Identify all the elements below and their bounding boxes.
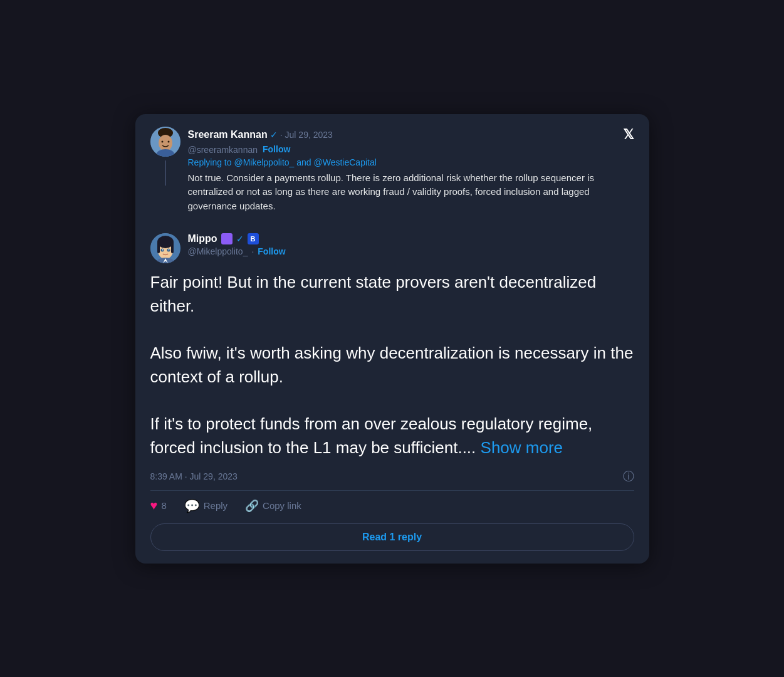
mippo-handle: @Mikelppolito_ [188,246,248,256]
mippo-avatar [150,233,180,263]
likes-count: 8 [161,500,166,511]
tweet-card: Sreeram Kannan ✓ · Jul 29, 2023 𝕏 @sreer… [135,114,649,564]
action-bar: ♥ 8 💬 Reply 🔗 Copy link [135,491,649,521]
info-icon[interactable]: ⓘ [623,469,634,484]
sreeram-author-name: Sreeram Kannan [188,129,268,140]
read-replies-button[interactable]: Read 1 reply [150,523,634,551]
sreeram-tweet-meta: Sreeram Kannan ✓ · Jul 29, 2023 𝕏 @sreer… [188,127,634,214]
mippo-verified-icon: ✓ [236,234,244,244]
like-action[interactable]: ♥ 8 [150,498,167,513]
svg-point-14 [168,249,169,251]
sreeram-verified-icon: ✓ [270,130,278,140]
reply-label: Reply [204,500,227,511]
thread-connector-line [165,160,166,186]
sreeram-follow-button[interactable]: Follow [263,144,290,154]
svg-rect-9 [157,242,160,253]
replying-to-text: Replying to @Mikelppolito_ and @WestieCa… [188,157,634,167]
mippo-header: Mippo ✓ B @Mikelppolito_ · Follow [135,223,649,263]
svg-point-3 [161,140,163,142]
link-icon: 🔗 [245,499,259,513]
mippo-author-name: Mippo [188,233,217,244]
sreeram-handle: @sreeramkannan [188,145,258,155]
svg-point-2 [159,135,172,151]
sreeram-tweet-body: Not true. Consider a payments rollup. Th… [188,171,634,214]
sreeram-avatar-col [150,127,180,186]
svg-rect-10 [171,242,174,253]
sreeram-tweet-date: Jul 29, 2023 [285,130,333,140]
timestamp-text: 8:39 AM · Jul 29, 2023 [150,471,238,481]
copy-link-label: Copy link [263,500,301,511]
top-tweet: Sreeram Kannan ✓ · Jul 29, 2023 𝕏 @sreer… [135,114,649,224]
sreeram-avatar [150,127,180,157]
mippo-purple-badge [221,233,233,244]
main-tweet-body: Fair point! But in the current state pro… [135,263,649,460]
svg-point-4 [167,140,169,142]
reply-bubble-icon: 💬 [184,498,200,513]
dot-separator: · [280,130,283,140]
mippo-blue-badge: B [248,233,259,244]
page-background: Sreeram Kannan ✓ · Jul 29, 2023 𝕏 @sreer… [0,0,784,677]
copy-link-action[interactable]: 🔗 Copy link [245,499,301,513]
replying-to-users: @Mikelppolito_ and @WestieCapital [234,157,376,167]
mippo-follow-button[interactable]: Follow [258,246,285,256]
reply-action[interactable]: 💬 Reply [184,498,227,513]
show-more-link[interactable]: Show more [481,438,563,457]
mippo-meta: Mippo ✓ B @Mikelppolito_ · Follow [188,233,634,256]
main-tweet-text: Fair point! But in the current state pro… [150,271,634,460]
svg-point-13 [162,249,163,251]
heart-icon: ♥ [150,498,158,513]
tweet-timestamp-row: 8:39 AM · Jul 29, 2023 ⓘ [135,460,649,490]
mippo-dot-sep: · [251,246,254,256]
x-logo-icon[interactable]: 𝕏 [623,127,634,143]
